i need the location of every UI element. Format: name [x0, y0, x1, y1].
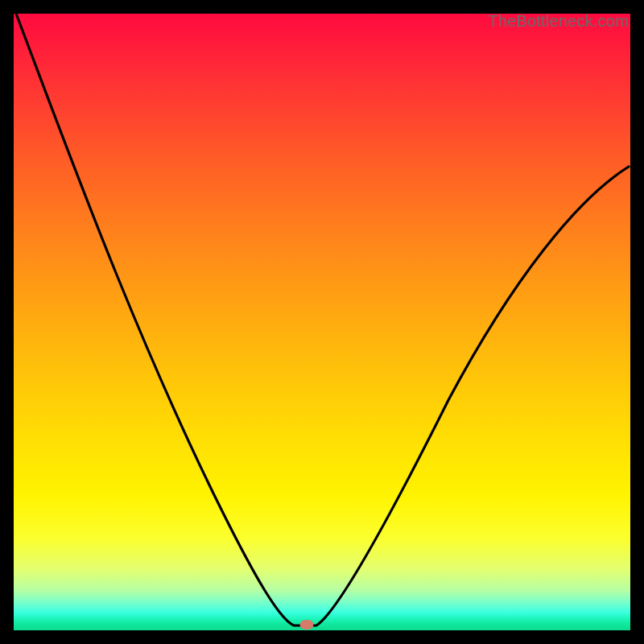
chart-frame: TheBottleneck.com — [0, 0, 644, 644]
optimal-point-marker — [299, 620, 313, 630]
curve-path — [16, 14, 629, 625]
watermark-text: TheBottleneck.com — [488, 12, 629, 31]
bottleneck-curve — [14, 14, 630, 630]
plot-area: TheBottleneck.com — [14, 14, 630, 630]
